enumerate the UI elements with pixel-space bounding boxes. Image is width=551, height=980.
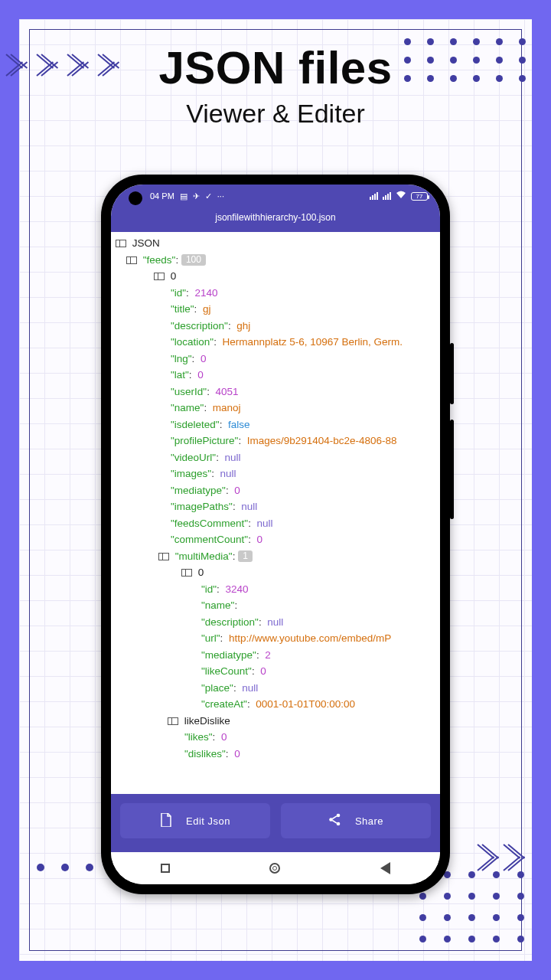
home-nav-icon[interactable] xyxy=(269,863,280,874)
page-subtitle: Viewer & Editer xyxy=(0,99,551,129)
svg-point-2 xyxy=(337,822,341,826)
phone-frame: 04 PM ▤ ✈ ✓ ··· 77 jsonfilewithhierarchy… xyxy=(101,175,450,894)
item-index: 0 xyxy=(171,270,177,282)
tree-row[interactable]: "userId": 4051 xyxy=(111,384,440,400)
collapse-icon[interactable] xyxy=(181,569,192,577)
check-icon: ✓ xyxy=(205,191,212,201)
tree-row[interactable]: "isdeleted": false xyxy=(111,416,440,433)
status-bar: 04 PM ▤ ✈ ✓ ··· 77 xyxy=(111,185,440,207)
tree-row[interactable]: "name": manoj xyxy=(111,400,440,416)
share-icon xyxy=(328,813,341,828)
root-label: JSON xyxy=(132,237,160,249)
key-feeds: feeds xyxy=(147,254,172,266)
tree-row[interactable]: "description": null xyxy=(111,614,440,631)
tree-row[interactable]: "id": 2140 xyxy=(111,285,440,302)
camera-punch-hole xyxy=(129,191,142,205)
tree-node-multimedia[interactable]: "multiMedia": 1 xyxy=(111,548,440,565)
tree-row[interactable]: "likes": 0 xyxy=(111,729,440,746)
collapse-icon[interactable] xyxy=(168,717,178,725)
send-icon: ✈ xyxy=(193,191,200,201)
back-nav-icon[interactable] xyxy=(380,862,390,874)
collapse-icon[interactable] xyxy=(158,553,169,560)
collapse-icon[interactable] xyxy=(154,273,165,280)
collapse-icon[interactable] xyxy=(126,256,137,264)
file-icon xyxy=(160,813,172,829)
app-bar: jsonfilewithhierarchy-100.json xyxy=(111,207,440,232)
tree-row[interactable]: "url": http://www.youtube.com/embed/mP xyxy=(111,630,440,647)
tree-row[interactable]: "mediatype": 2 xyxy=(111,647,440,664)
bottom-action-bar: Edit Json Share xyxy=(111,794,440,852)
open-file-name: jsonfilewithhierarchy-100.json xyxy=(215,212,335,223)
tree-row[interactable]: "commentCount": 0 xyxy=(111,531,440,548)
page-title: JSON files xyxy=(0,41,551,94)
tree-row[interactable]: "description": ghj xyxy=(111,318,440,335)
share-button[interactable]: Share xyxy=(281,803,431,838)
status-time: 04 PM xyxy=(150,191,174,201)
tree-row[interactable]: "mediatype": 0 xyxy=(111,482,440,499)
collapse-icon[interactable] xyxy=(116,240,126,247)
tree-node-likedislike[interactable]: likeDislike xyxy=(111,713,440,730)
tree-row[interactable]: "likeCount": 0 xyxy=(111,663,440,680)
tree-row[interactable]: "images": null xyxy=(111,466,440,482)
feeds-count-badge: 100 xyxy=(181,254,206,266)
tree-row[interactable]: "lat": 0 xyxy=(111,367,440,384)
wifi-icon xyxy=(396,191,406,201)
share-label: Share xyxy=(355,815,383,827)
edit-json-button[interactable]: Edit Json xyxy=(120,803,270,838)
tree-row[interactable]: "dislikes": 0 xyxy=(111,746,440,763)
json-tree-viewer[interactable]: JSON "feeds": 100 0 "id": 2140 "title": … xyxy=(111,232,440,794)
tree-row[interactable]: "createAt": 0001-01-01T00:00:00 xyxy=(111,696,440,713)
signal-1-icon xyxy=(370,192,378,200)
battery-icon: 77 xyxy=(411,192,428,201)
tree-node-mm-0[interactable]: 0 xyxy=(111,564,440,581)
more-icon: ··· xyxy=(217,191,224,201)
tree-node-root[interactable]: JSON xyxy=(111,235,440,252)
tree-row[interactable]: "imagePaths": null xyxy=(111,498,440,515)
card-icon: ▤ xyxy=(180,191,187,201)
recents-nav-icon[interactable] xyxy=(161,864,170,873)
tree-node-feeds[interactable]: "feeds": 100 xyxy=(111,252,440,269)
decor-chevrons-bottom-right xyxy=(478,833,530,882)
tree-node-item-0[interactable]: 0 xyxy=(111,268,440,285)
tree-row[interactable]: "feedsComment": null xyxy=(111,515,440,532)
tree-row[interactable]: "name": xyxy=(111,597,440,614)
tree-row[interactable]: "profilePicture": Images/9b291404-bc2e-4… xyxy=(111,433,440,449)
signal-2-icon xyxy=(383,192,391,200)
svg-point-0 xyxy=(337,814,341,818)
multimedia-count-badge: 1 xyxy=(238,550,253,562)
tree-row[interactable]: "place": null xyxy=(111,680,440,697)
tree-row[interactable]: "lng": 0 xyxy=(111,351,440,368)
android-nav-bar xyxy=(111,852,440,884)
tree-row[interactable]: "videoUrl": null xyxy=(111,449,440,466)
tree-row[interactable]: "title": gj xyxy=(111,301,440,318)
tree-row[interactable]: "location": Hermannplatz 5-6, 10967 Berl… xyxy=(111,334,440,351)
edit-json-label: Edit Json xyxy=(186,815,230,827)
tree-row[interactable]: "id": 3240 xyxy=(111,581,440,598)
